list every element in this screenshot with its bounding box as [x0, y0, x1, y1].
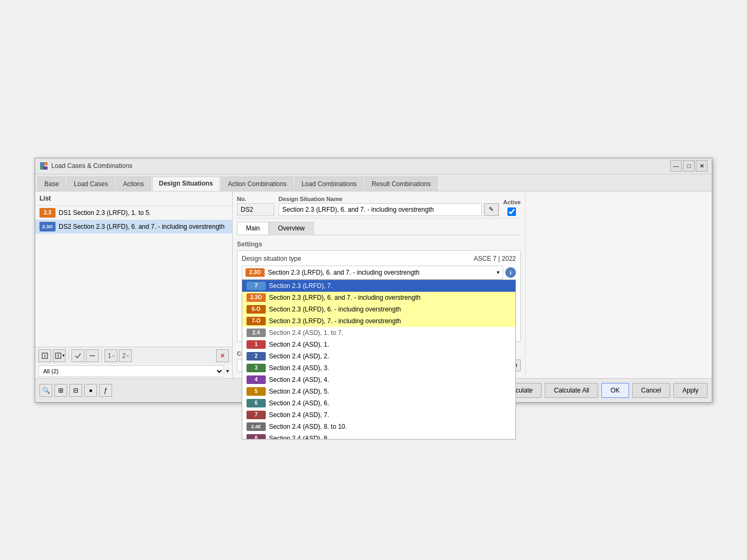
script-button[interactable]: ƒ	[99, 384, 112, 397]
left-panel: List 2.3 DS1 Section 2.3 (LRFD), 1. to 5…	[35, 191, 233, 378]
list-header: List	[35, 191, 232, 206]
no-field-group: No.	[237, 196, 274, 216]
active-label: Active	[503, 199, 521, 205]
dropdown-item[interactable]: 2.3O Section 2.3 (LRFD), 6. and 7. - inc…	[242, 292, 515, 303]
dropdown-item[interactable]: 7 Section 2.3 (LRFD), 7.	[242, 280, 515, 292]
tab-design-situations[interactable]: Design Situations	[152, 177, 220, 191]
item-text: Section 2.4 (ASD), 5.	[269, 388, 329, 395]
dst-type-row: Design situation type ASCE 7 | 2022	[242, 255, 516, 262]
check-all-button[interactable]	[71, 349, 84, 362]
tab-action-combinations[interactable]: Action Combinations	[221, 177, 293, 191]
dropdown-item[interactable]: 8 Section 2.4 (ASD), 8.	[242, 433, 515, 439]
item-text: Section 2.4 (ASD), 4.	[269, 376, 329, 383]
item-text: Section 2.4 (ASD), 2.	[269, 353, 329, 360]
minimize-button[interactable]: —	[670, 160, 682, 172]
tab-actions[interactable]: Actions	[116, 177, 150, 191]
item-text: Section 2.3 (LRFD), 7. - including overs…	[269, 317, 401, 325]
dropdown-item[interactable]: 7-O Section 2.3 (LRFD), 7. - including o…	[242, 315, 515, 327]
settings-section: Settings Design situation type ASCE 7 | …	[237, 238, 521, 342]
name-input[interactable]	[279, 203, 482, 216]
list-item-selected[interactable]: 2.3O DS2 Section 2.3 (LRFD), 6. and 7. -…	[35, 220, 232, 234]
window-title: Load Cases & Combinations	[51, 162, 670, 170]
dropdown-item[interactable]: 5 Section 2.4 (ASD), 5.	[242, 386, 515, 397]
item-badge: 2	[247, 352, 266, 361]
list-item-label: DS1 Section 2.3 (LRFD), 1. to 5.	[59, 209, 151, 217]
item-badge: 8	[247, 434, 266, 439]
svg-rect-0	[40, 162, 44, 166]
separator-2	[101, 350, 102, 361]
tab-overview[interactable]: Overview	[269, 222, 314, 235]
item-text: Section 2.3 (LRFD), 6. and 7. - includin…	[269, 294, 420, 301]
app-icon	[39, 162, 48, 170]
new-button[interactable]	[38, 349, 51, 362]
inner-tabs: Main Overview	[237, 222, 521, 235]
cancel-button[interactable]: Cancel	[632, 383, 670, 398]
dropdown-list: 7 Section 2.3 (LRFD), 7. 2.3O Section 2.…	[242, 279, 516, 439]
tab-result-combinations[interactable]: Result Combinations	[365, 177, 438, 191]
new-dropdown-button[interactable]: ▾	[53, 349, 66, 362]
badge-ds1: 2.3	[39, 208, 55, 218]
search-button[interactable]: 🔍	[39, 384, 52, 397]
item-text: Section 2.4 (ASD), 7.	[269, 411, 329, 419]
dropdown-item[interactable]: 3 Section 2.4 (ASD), 3.	[242, 362, 515, 374]
svg-rect-3	[43, 166, 47, 170]
tab-load-cases[interactable]: Load Cases	[67, 177, 115, 191]
dropdown-item[interactable]: 2.4E Section 2.4 (ASD), 8. to 10.	[242, 421, 515, 433]
table-button[interactable]: ⊞	[54, 384, 67, 397]
item-badge: 7	[247, 411, 266, 419]
filter-chevron-icon: ▾	[226, 368, 229, 374]
renumber-settings-button[interactable]: 2↔8	[119, 349, 132, 362]
badge-ds2: 2.3O	[39, 222, 55, 231]
selected-text: Section 2.3 (LRFD), 6. and 7. - includin…	[268, 269, 419, 276]
item-text: Section 2.4 (ASD), 6.	[269, 399, 329, 407]
apply-button[interactable]: Apply	[673, 383, 708, 398]
dropdown-selected[interactable]: 2.3O Section 2.3 (LRFD), 6. and 7. - inc…	[242, 266, 503, 279]
item-badge: 2.4E	[247, 422, 266, 431]
check-none-button[interactable]	[86, 349, 99, 362]
dropdown-container: 2.3O Section 2.3 (LRFD), 6. and 7. - inc…	[242, 266, 516, 279]
window-controls: — □ ✕	[670, 160, 708, 172]
layout-button[interactable]: ⊟	[69, 384, 82, 397]
maximize-button[interactable]: □	[683, 160, 695, 172]
tab-main[interactable]: Main	[237, 222, 269, 235]
item-badge: 7-O	[247, 317, 266, 325]
name-label: Design Situation Name	[279, 196, 499, 202]
list-items: 2.3 DS1 Section 2.3 (LRFD), 1. to 5. 2.3…	[35, 206, 232, 276]
left-toolbar: ▾ 1↔3 2↔8 ✕	[35, 347, 232, 364]
no-label: No.	[237, 196, 274, 202]
no-input[interactable]	[237, 203, 274, 216]
settings-title: Settings	[237, 238, 521, 250]
info-button[interactable]: i	[505, 267, 516, 278]
list-item[interactable]: 2.3 DS1 Section 2.3 (LRFD), 1. to 5.	[35, 206, 232, 220]
ok-button[interactable]: OK	[601, 383, 629, 398]
dst-type-standard: ASCE 7 | 2022	[474, 255, 516, 262]
right-section	[525, 191, 712, 378]
active-checkbox[interactable]	[507, 207, 516, 216]
dropdown-item-asd-header[interactable]: 2.4 Section 2.4 (ASD), 1. to 7.	[242, 327, 515, 339]
settings-box: Design situation type ASCE 7 | 2022 2.3O…	[237, 250, 521, 342]
svg-text:2↔8: 2↔8	[122, 352, 129, 359]
item-text: Section 2.4 (ASD), 1.	[269, 341, 329, 348]
calculate-all-button[interactable]: Calculate All	[545, 383, 598, 398]
dropdown-item[interactable]: 2 Section 2.4 (ASD), 2.	[242, 350, 515, 362]
svg-text:1↔3: 1↔3	[108, 352, 115, 359]
item-badge: 4	[247, 375, 266, 384]
close-button[interactable]: ✕	[696, 160, 708, 172]
item-text: Section 2.4 (ASD), 3.	[269, 364, 329, 372]
delete-button[interactable]: ✕	[216, 349, 229, 362]
filter-row: All (2) ▾	[35, 364, 232, 378]
dropdown-item[interactable]: 7 Section 2.4 (ASD), 7.	[242, 409, 515, 421]
item-text: Section 2.4 (ASD), 1. to 7.	[269, 329, 343, 337]
dropdown-item[interactable]: 6 Section 2.4 (ASD), 6.	[242, 397, 515, 409]
renumber-button[interactable]: 1↔3	[105, 349, 117, 362]
item-text: Section 2.3 (LRFD), 6. - including overs…	[269, 306, 401, 313]
tab-load-combinations[interactable]: Load Combinations	[295, 177, 363, 191]
dropdown-item[interactable]: 6-O Section 2.3 (LRFD), 6. - including o…	[242, 303, 515, 315]
tab-base[interactable]: Base	[37, 177, 66, 191]
dst-type-label: Design situation type	[242, 255, 470, 262]
edit-name-button[interactable]: ✎	[484, 203, 499, 216]
dropdown-item[interactable]: 4 Section 2.4 (ASD), 4.	[242, 374, 515, 386]
filter-select[interactable]: All (2)	[38, 365, 224, 377]
circle-button[interactable]: ●	[84, 384, 97, 397]
dropdown-item[interactable]: 1 Section 2.4 (ASD), 1.	[242, 339, 515, 350]
